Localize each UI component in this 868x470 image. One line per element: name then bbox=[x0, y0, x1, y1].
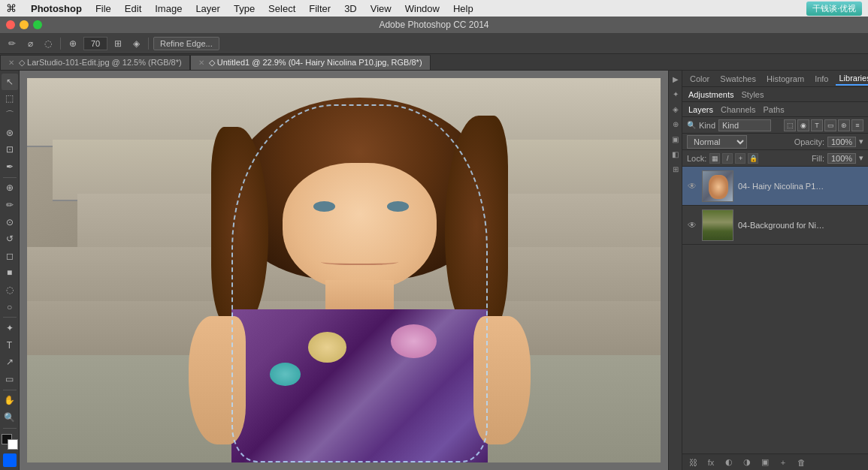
tab-close-1[interactable]: ✕ bbox=[8, 59, 14, 67]
tab-channels[interactable]: Channels bbox=[721, 105, 755, 114]
menu-edit[interactable]: Edit bbox=[122, 3, 144, 14]
layer-mask-icon[interactable]: ◐ bbox=[723, 456, 735, 468]
menu-help[interactable]: Help bbox=[451, 3, 476, 14]
hand-tool[interactable]: ✋ bbox=[2, 393, 18, 409]
path-tool[interactable]: ✦ bbox=[2, 320, 18, 336]
side-icon-6[interactable]: ◧ bbox=[670, 149, 681, 159]
eraser-tool[interactable]: ◻ bbox=[2, 248, 18, 264]
fg-bg-colors[interactable] bbox=[2, 434, 18, 450]
tab-adjustments[interactable]: Adjustments bbox=[688, 90, 734, 99]
tab-larstudio[interactable]: ✕ ◇ LarStudio-101-Edit.jpg @ 12.5% (RGB/… bbox=[0, 55, 190, 70]
lock-transparent-btn[interactable]: ▦ bbox=[709, 153, 720, 164]
background-color[interactable] bbox=[8, 439, 18, 450]
filter-adjust-icon[interactable]: ◉ bbox=[797, 119, 809, 131]
fill-value[interactable]: 100% bbox=[827, 153, 856, 164]
side-icon-5[interactable]: ▣ bbox=[670, 134, 681, 144]
lock-image-btn[interactable]: / bbox=[722, 153, 733, 164]
history-tool[interactable]: ↺ bbox=[2, 230, 18, 247]
brush-tool[interactable]: ✏ bbox=[2, 197, 18, 213]
canvas-area[interactable] bbox=[20, 71, 668, 470]
layer-link-icon[interactable]: ⛓ bbox=[687, 456, 699, 468]
shape-tool[interactable]: ▭ bbox=[2, 371, 18, 387]
gradient-tool[interactable]: ■ bbox=[2, 265, 18, 282]
side-icon-3[interactable]: ◈ bbox=[670, 104, 681, 114]
eye-right bbox=[387, 201, 409, 212]
menu-3d[interactable]: 3D bbox=[342, 3, 359, 14]
menu-image[interactable]: Image bbox=[153, 3, 184, 14]
filter-shape-icon[interactable]: ▭ bbox=[824, 119, 836, 131]
blur-tool[interactable]: ◌ bbox=[2, 282, 18, 298]
filter-smart-icon[interactable]: ⊛ bbox=[838, 119, 850, 131]
brush-options-icon[interactable]: ⊞ bbox=[110, 36, 126, 51]
close-button[interactable] bbox=[6, 20, 15, 29]
filter-pixel-icon[interactable]: ⬚ bbox=[784, 119, 796, 131]
marquee-tool[interactable]: ⬚ bbox=[2, 91, 18, 107]
lock-all-btn[interactable]: 🔒 bbox=[748, 153, 758, 164]
brush-settings-icon[interactable]: ◈ bbox=[129, 36, 144, 51]
clone-tool[interactable]: ⊙ bbox=[2, 214, 18, 230]
opacity-chevron[interactable]: ▾ bbox=[859, 137, 863, 146]
tool-brush2-icon[interactable]: ◌ bbox=[41, 36, 56, 51]
refine-edge-button[interactable]: Refine Edge... bbox=[153, 37, 219, 50]
move-tool[interactable]: ↖ bbox=[2, 74, 18, 90]
fill-chevron[interactable]: ▾ bbox=[859, 153, 863, 163]
menu-view[interactable]: View bbox=[368, 3, 394, 14]
crop-tool[interactable]: ⊡ bbox=[2, 141, 18, 158]
tab-histogram[interactable]: Histogram bbox=[764, 73, 807, 85]
side-icon-7[interactable]: ⊞ bbox=[670, 164, 681, 174]
tab-libraries[interactable]: Libraries bbox=[836, 72, 868, 86]
filter-toggle-icon[interactable]: ≡ bbox=[851, 119, 863, 131]
tab-close-2[interactable]: ✕ bbox=[198, 59, 204, 67]
opacity-value[interactable]: 100% bbox=[827, 137, 856, 147]
spot-heal-tool[interactable]: ⊕ bbox=[2, 180, 18, 197]
layer-item-child[interactable]: 👁 04- Hairy Nicolina P10.jpg bbox=[682, 167, 868, 206]
layer-eye-child[interactable]: 👁 bbox=[687, 181, 697, 191]
layer-new-icon[interactable]: + bbox=[777, 456, 789, 468]
minimize-button[interactable] bbox=[20, 20, 29, 29]
tab-swatches[interactable]: Swatches bbox=[717, 73, 759, 85]
layer-eye-bg[interactable]: 👁 bbox=[687, 220, 697, 230]
tool-brush-icon[interactable]: ✏ bbox=[5, 36, 20, 51]
blend-mode-dropdown[interactable]: Normal bbox=[687, 135, 747, 149]
quick-mask-icon[interactable] bbox=[3, 453, 17, 467]
type-tool[interactable]: T bbox=[2, 337, 18, 354]
apple-menu[interactable]: ⌘ bbox=[6, 2, 17, 14]
layer-group-icon[interactable]: ▣ bbox=[759, 456, 771, 468]
eyedropper-tool[interactable]: ✒ bbox=[2, 158, 18, 175]
tab-info[interactable]: Info bbox=[812, 73, 831, 85]
maximize-button[interactable] bbox=[33, 20, 42, 29]
tab-styles[interactable]: Styles bbox=[742, 90, 764, 99]
adjustments-styles-tabs: Adjustments Styles bbox=[682, 87, 868, 102]
menu-select[interactable]: Select bbox=[266, 3, 298, 14]
menu-file[interactable]: File bbox=[93, 3, 113, 14]
menu-filter[interactable]: Filter bbox=[307, 3, 333, 14]
tab-untitled1[interactable]: ✕ ◇ Untitled1 @ 22.9% (04- Hairy Nicolin… bbox=[190, 55, 431, 70]
zoom-tool[interactable]: 🔍 bbox=[2, 409, 18, 426]
menu-photoshop[interactable]: Photoshop bbox=[29, 3, 84, 14]
layer-delete-icon[interactable]: 🗑 bbox=[795, 456, 807, 468]
side-icon-2[interactable]: ✦ bbox=[670, 89, 681, 99]
tool-brush-alt-icon[interactable]: ⌀ bbox=[23, 36, 38, 51]
filter-type-icon[interactable]: T bbox=[811, 119, 823, 131]
quickselect-tool[interactable]: ⊛ bbox=[2, 125, 18, 141]
layer-adj-icon[interactable]: ◑ bbox=[741, 456, 753, 468]
path-select-tool[interactable]: ↗ bbox=[2, 354, 18, 370]
menu-layer[interactable]: Layer bbox=[193, 3, 222, 14]
layer-fx-icon[interactable]: fx bbox=[705, 456, 717, 468]
brush-size-icon[interactable]: ⊕ bbox=[65, 36, 80, 51]
arrange-icon[interactable]: ▶ bbox=[670, 74, 681, 84]
tab-layers[interactable]: Layers bbox=[688, 105, 713, 114]
tab-color[interactable]: Color bbox=[687, 73, 712, 85]
menu-window[interactable]: Window bbox=[403, 3, 442, 14]
brush-size-value[interactable]: 70 bbox=[83, 37, 107, 50]
tab-paths[interactable]: Paths bbox=[764, 105, 785, 114]
filter-kind-dropdown[interactable]: Kind bbox=[718, 119, 771, 131]
layer-item-bg[interactable]: 👁 04-Background for Nikolina.jpg bbox=[682, 206, 868, 245]
menu-type[interactable]: Type bbox=[231, 3, 257, 14]
lock-position-btn[interactable]: + bbox=[735, 153, 746, 164]
lasso-tool[interactable]: ⌒ bbox=[2, 107, 18, 124]
side-icon-4[interactable]: ⊕ bbox=[670, 119, 681, 129]
right-button[interactable]: 干钱谈·优视 bbox=[806, 2, 862, 16]
dodge-tool[interactable]: ○ bbox=[2, 299, 18, 315]
right-panel: Color Swatches Histogram Info Libraries … bbox=[682, 71, 868, 470]
